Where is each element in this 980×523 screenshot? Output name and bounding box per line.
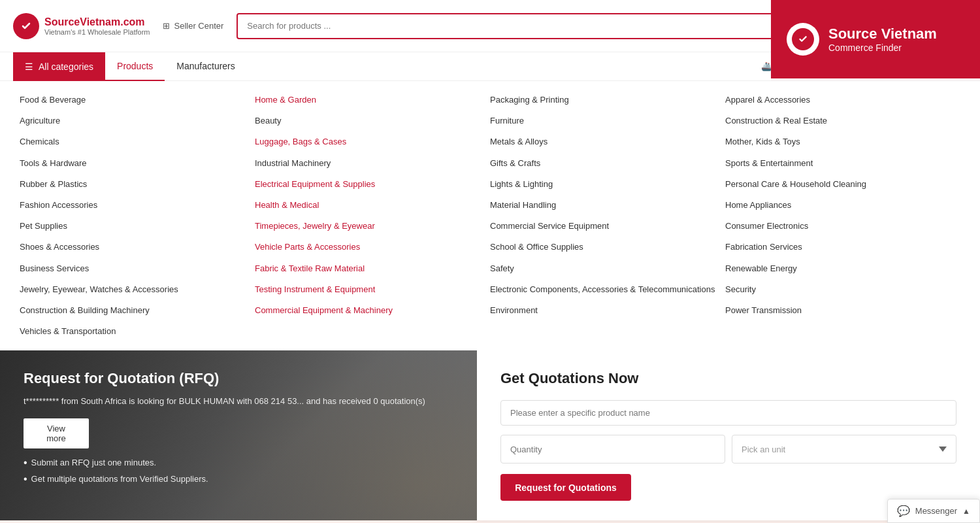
banner-title: Source Vietnam — [828, 25, 937, 42]
ship-icon: 🚢 — [761, 61, 772, 71]
all-categories-label: All categories — [39, 61, 93, 72]
rfq-section: Request for Quotation (RFQ) t********** … — [0, 350, 477, 520]
cat-construction-real-estate[interactable]: Construction & Real Estate — [725, 115, 960, 127]
chevron-up-icon: ▲ — [962, 507, 970, 516]
cat-agriculture[interactable]: Agriculture — [20, 115, 255, 127]
view-more-button[interactable]: View more — [24, 418, 89, 448]
cat-industrial-machinery[interactable]: Industrial Machinery — [255, 158, 490, 169]
cat-jewelry-eyewear[interactable]: Jewelry, Eyewear, Watches & Accessories — [20, 284, 255, 295]
cat-mother-kids-toys[interactable]: Mother, Kids & Toys — [725, 136, 960, 148]
logo-text: SourceVietnam.com Vietnam's #1 Wholesale… — [44, 16, 150, 36]
lower-section: Request for Quotation (RFQ) t********** … — [0, 350, 980, 520]
cat-electrical-equipment[interactable]: Electrical Equipment & Supplies — [255, 178, 490, 190]
cat-rubber-plastics[interactable]: Rubber & Plastics — [20, 178, 255, 190]
cat-lights-lighting[interactable]: Lights & Lighting — [490, 178, 725, 190]
rfq-bullet-2: • Get multiple quotations from Verified … — [24, 474, 453, 485]
cat-safety[interactable]: Safety — [490, 263, 725, 275]
cat-personal-care[interactable]: Personal Care & Household Cleaning — [725, 178, 960, 190]
rfq-bullets: • Submit an RFQ just one minutes. • Get … — [24, 458, 453, 485]
rfq-title: Request for Quotation (RFQ) — [24, 370, 453, 387]
cat-fashion-accessories[interactable]: Fashion Accessories — [20, 199, 255, 211]
logo-tagline: Vietnam's #1 Wholesale Platform — [44, 28, 150, 36]
request-quotations-button[interactable]: Request for Quotations — [500, 474, 631, 501]
nav-products[interactable]: Products — [105, 52, 165, 81]
cat-metals-alloys[interactable]: Metals & Alloys — [490, 136, 725, 148]
cat-school-office[interactable]: School & Office Supplies — [490, 241, 725, 253]
cat-vehicles[interactable]: Vehicles & Transportation — [20, 326, 255, 337]
category-col-4: Apparel & Accessories Construction & Rea… — [725, 94, 960, 337]
product-name-input[interactable] — [500, 400, 956, 426]
categories-area: Food & Beverage Agriculture Chemicals To… — [0, 81, 980, 350]
cat-renewable-energy[interactable]: Renewable Energy — [725, 263, 960, 275]
messenger-label: Messenger — [915, 506, 957, 516]
cat-beauty[interactable]: Beauty — [255, 115, 490, 127]
cat-electronic-components[interactable]: Electronic Components, Accessories & Tel… — [490, 284, 725, 295]
cat-timepieces[interactable]: Timepieces, Jewelry & Eyewear — [255, 220, 490, 232]
cat-environment[interactable]: Environment — [490, 305, 725, 316]
banner-logo-inner — [792, 28, 814, 50]
quantity-input[interactable] — [500, 435, 725, 464]
cat-power-transmission[interactable]: Power Transmission — [725, 305, 960, 316]
rfq-content: Request for Quotation (RFQ) t********** … — [24, 370, 453, 490]
logo-icon — [13, 13, 39, 39]
unit-select[interactable]: Pick an unit Piece Kilogram Ton Box Set … — [732, 435, 956, 464]
rfq-bullet-1: • Submit an RFQ just one minutes. — [24, 458, 453, 469]
cat-consumer-electronics[interactable]: Consumer Electronics — [725, 220, 960, 232]
cat-food-beverage[interactable]: Food & Beverage — [20, 94, 255, 106]
quotation-section: Get Quotations Now Pick an unit Piece Ki… — [477, 350, 980, 520]
category-col-3: Packaging & Printing Furniture Metals & … — [490, 94, 725, 337]
cat-shoes-accessories[interactable]: Shoes & Accessories — [20, 241, 255, 253]
quotation-title: Get Quotations Now — [500, 370, 956, 387]
cat-home-garden[interactable]: Home & Garden — [255, 94, 490, 106]
logo-area: SourceVietnam.com Vietnam's #1 Wholesale… — [13, 13, 150, 39]
banner-logo — [787, 23, 819, 56]
commerce-finder-banner: Source Vietnam Commerce Finder — [771, 0, 980, 78]
nav-manufacturers-label: Manufacturers — [176, 61, 235, 71]
cat-fabrication-services[interactable]: Fabrication Services — [725, 241, 960, 253]
cat-home-appliances[interactable]: Home Appliances — [725, 199, 960, 211]
category-col-2: Home & Garden Beauty Luggage, Bags & Cas… — [255, 94, 490, 337]
seller-center-label: Seller Center — [174, 21, 223, 31]
seller-center-icon: ⊞ — [163, 21, 170, 31]
cat-business-services[interactable]: Business Services — [20, 263, 255, 275]
cat-commercial-equipment[interactable]: Commercial Equipment & Machinery — [255, 305, 490, 316]
cat-fabric-textile[interactable]: Fabric & Textile Raw Material — [255, 263, 490, 275]
cat-furniture[interactable]: Furniture — [490, 115, 725, 127]
messenger-widget[interactable]: 💬 Messenger ▲ — [887, 499, 980, 523]
cat-construction-building[interactable]: Construction & Building Machinery — [20, 305, 255, 316]
all-categories-button[interactable]: ☰ All categories — [13, 52, 105, 81]
bullet-dot-2: • — [24, 473, 27, 485]
nav-products-label: Products — [117, 61, 153, 71]
banner-text: Source Vietnam Commerce Finder — [828, 25, 937, 53]
cat-testing-instrument[interactable]: Testing Instrument & Equipment — [255, 284, 490, 295]
rfq-bullet-1-text: Submit an RFQ just one minutes. — [31, 458, 156, 467]
cat-luggage-bags[interactable]: Luggage, Bags & Cases — [255, 136, 490, 148]
banner-subtitle: Commerce Finder — [828, 42, 937, 53]
bullet-dot-1: • — [24, 457, 27, 469]
cat-tools-hardware[interactable]: Tools & Hardware — [20, 158, 255, 169]
nav-manufacturers[interactable]: Manufacturers — [165, 52, 246, 81]
hamburger-icon: ☰ — [25, 61, 33, 72]
cat-sports-entertainment[interactable]: Sports & Entertainment — [725, 158, 960, 169]
cat-security[interactable]: Security — [725, 284, 960, 295]
messenger-icon: 💬 — [897, 505, 910, 517]
cat-vehicle-parts[interactable]: Vehicle Parts & Accessories — [255, 241, 490, 253]
seller-center-link[interactable]: ⊞ Seller Center — [163, 21, 223, 31]
category-col-1: Food & Beverage Agriculture Chemicals To… — [20, 94, 255, 337]
rfq-bullet-2-text: Get multiple quotations from Verified Su… — [31, 474, 208, 484]
cat-packaging-printing[interactable]: Packaging & Printing — [490, 94, 725, 106]
cat-gifts-crafts[interactable]: Gifts & Crafts — [490, 158, 725, 169]
cat-health-medical[interactable]: Health & Medical — [255, 199, 490, 211]
cat-material-handling[interactable]: Material Handling — [490, 199, 725, 211]
cat-pet-supplies[interactable]: Pet Supplies — [20, 220, 255, 232]
cat-chemicals[interactable]: Chemicals — [20, 136, 255, 148]
cat-apparel-accessories[interactable]: Apparel & Accessories — [725, 94, 960, 106]
quantity-row: Pick an unit Piece Kilogram Ton Box Set … — [500, 435, 956, 464]
cat-commercial-service[interactable]: Commercial Service Equipment — [490, 220, 725, 232]
logo-name: SourceVietnam.com — [44, 16, 150, 28]
rfq-description: t********** from South Africa is looking… — [24, 395, 453, 408]
